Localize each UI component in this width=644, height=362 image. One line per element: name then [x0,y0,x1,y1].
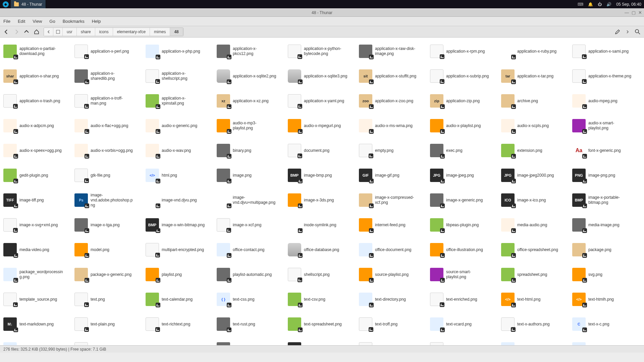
whisker-menu-icon[interactable]: ◆ [3,1,9,7]
file-item[interactable]: audio-x-speex+ogg.png [3,141,72,160]
file-item[interactable]: application-x-sqlite2.png [217,67,285,85]
file-item[interactable]: source-smart-playlist.png [430,265,498,284]
file-item[interactable]: package-x-generic.png [74,265,143,284]
file-item[interactable]: application-x-ruby.png [501,42,570,60]
file-item[interactable]: application-x-python-bytecode.png [288,42,356,60]
file-item[interactable]: text-troff.png [359,315,427,333]
menu-edit[interactable]: Edit [18,19,25,24]
file-item[interactable]: gedit-plugin.png [3,166,72,184]
file-item[interactable]: libpeas-plugin.png [430,216,498,234]
file-item[interactable]: application-x-theme.png [572,67,641,85]
file-item[interactable]: xzapplication-x-xz.png [217,92,285,110]
file-item[interactable]: audio-x-smart-playlist.png [572,117,641,135]
menu-bookmarks[interactable]: Bookmarks [63,19,85,24]
file-item[interactable]: application-x-troff-man.png [74,92,143,110]
file-item[interactable]: playlist.png [146,265,214,284]
file-item[interactable]: Psimage-vnd.adobe.photoshop.png [74,191,143,209]
path-seg-48[interactable]: 48 [170,28,183,36]
file-item[interactable]: office-illustration.png [430,241,498,259]
menu-view[interactable]: View [33,19,42,24]
file-item[interactable]: text-csv.png [288,290,356,308]
file-item[interactable]: binary.png [217,141,285,160]
keyboard-layout-icon[interactable]: ⌨ [578,2,583,7]
path-next-button[interactable] [623,27,632,36]
file-item[interactable]: BMPimage-x-portable-bitmap.png [572,191,641,209]
file-item[interactable]: audio-x-vorbis+ogg.png [74,141,143,160]
file-item[interactable]: application-x-partial-download.png [3,42,72,60]
file-item[interactable]: audio-x-adpcm.png [3,117,72,135]
path-seg-usr[interactable]: usr [63,28,77,36]
taskbar-item-thunar[interactable]: 48 - Thunar [11,0,46,8]
file-item[interactable]: audio-mpeg.png [572,92,641,110]
file-item[interactable]: application-x-raw-disk-image.png [359,42,427,60]
file-item[interactable]: application-x-rpm.png [430,42,498,60]
file-item[interactable]: application-x-yaml.png [288,92,356,110]
file-item[interactable]: package.png [572,241,641,259]
file-item[interactable]: application-x-sami.png [572,42,641,60]
path-prev-button[interactable] [44,28,53,36]
file-item[interactable]: archive.png [501,92,570,110]
file-item[interactable]: audio-x-flac+ogg.png [74,117,143,135]
file-item[interactable]: document.png [288,141,356,160]
file-item[interactable]: application-x-shellscript.png [146,67,214,85]
file-item[interactable]: application-x-perl.png [74,42,143,60]
file-item[interactable]: template_source.png [3,290,72,308]
file-item[interactable]: application-x-sqlite3.png [288,67,356,85]
volume-icon[interactable]: 🔊 [606,2,611,7]
file-item[interactable]: TIFFimage-tiff.png [3,191,72,209]
file-item[interactable]: tarapplication-x-tar.png [501,67,570,85]
file-item[interactable]: image-vnd.djvu.png [146,191,214,209]
clock[interactable]: 05 Sep, 06:40 [616,2,641,7]
file-item[interactable]: empty.png [359,141,427,160]
file-item[interactable]: source-playlist.png [359,265,427,284]
file-item[interactable]: image-x-xcf.png [217,216,285,234]
nav-back-button[interactable] [2,27,11,36]
power-icon[interactable]: ⏻ [598,2,602,7]
file-item[interactable]: application-x-trash.png [3,92,72,110]
file-item[interactable]: text-directory.png [359,290,427,308]
file-item[interactable]: text-rust.png [217,315,285,333]
path-seg-mimes[interactable]: mimes [150,28,170,36]
file-item[interactable]: media-video.png [3,241,72,259]
file-item[interactable]: gtk-file.png [74,166,143,184]
file-item[interactable]: image-vnd.djvu+multipage.png [217,191,285,209]
file-item[interactable]: media-image.png [572,216,641,234]
file-item[interactable]: </>text-html.png [501,290,570,308]
file-item[interactable]: office-document.png [359,241,427,259]
nav-up-button[interactable] [22,27,31,36]
file-item[interactable]: text-spreadsheet.png [288,315,356,333]
file-item[interactable]: text-enriched.png [430,290,498,308]
search-button[interactable] [633,27,642,36]
file-item[interactable]: audio-x-mpegurl.png [288,117,356,135]
file-item[interactable]: </>html.png [146,166,214,184]
path-root-button[interactable] [53,28,63,36]
file-item[interactable]: extension.png [501,141,570,160]
file-item[interactable]: shellscript.png [288,265,356,284]
nav-home-button[interactable] [32,27,41,36]
file-item[interactable]: svg.png [572,265,641,284]
file-item[interactable]: model.png [74,241,143,259]
icon-view[interactable]: application-x-partial-download.pngapplic… [0,38,644,353]
file-item[interactable]: JPGimage-jpeg2000.png [501,166,570,184]
file-item[interactable]: Aafont-x-generic.png [572,141,641,160]
file-item[interactable]: internet-feed.png [359,216,427,234]
file-item[interactable]: image-x-tga.png [74,216,143,234]
file-item[interactable]: zipapplication-zip.png [430,92,498,110]
file-item[interactable]: application-x-pkcs12.png [217,42,285,60]
path-seg-icons[interactable]: icons [95,28,113,36]
file-item[interactable]: text-calendar.png [146,290,214,308]
file-item[interactable]: text-x-authors.png [501,315,570,333]
file-item[interactable]: audio-x-playlist.png [430,117,498,135]
file-item[interactable]: package_wordprocessing.png [3,265,72,284]
file-item[interactable]: </>text-htmlh.png [572,290,641,308]
file-item[interactable]: image-x-svg+xml.png [3,216,72,234]
file-item[interactable]: playlist-automatic.png [217,265,285,284]
window-close-icon[interactable]: ✕ [638,10,642,15]
file-item[interactable]: sharapplication-x-shar.png [3,67,72,85]
window-maximize-icon[interactable]: ▢ [632,10,636,15]
file-item[interactable]: application-x-php.png [146,42,214,60]
file-item[interactable]: BMPimage-bmp.png [288,166,356,184]
file-item[interactable]: ICOimage-x-ico.png [501,191,570,209]
edit-path-button[interactable] [613,27,622,36]
path-seg-share[interactable]: share [77,28,95,36]
